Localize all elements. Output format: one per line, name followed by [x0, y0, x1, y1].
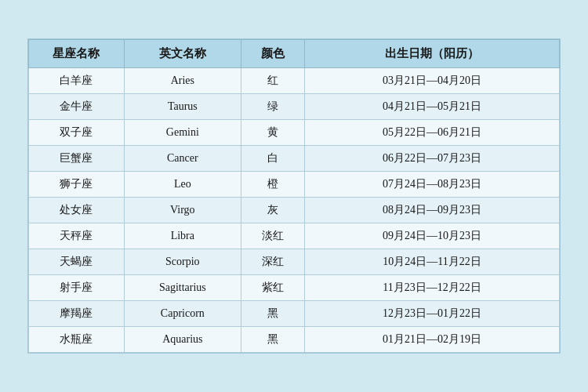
cell-color: 白: [241, 146, 304, 172]
header-english: 英文名称: [124, 40, 241, 68]
table-row: 狮子座Leo橙07月24日—08月23日: [29, 172, 560, 198]
cell-date: 10月24日—11月22日: [305, 249, 560, 275]
cell-color: 红: [241, 68, 304, 94]
cell-date: 04月21日—05月21日: [305, 94, 560, 120]
table-row: 射手座Sagittarius紫红11月23日—12月22日: [29, 275, 560, 301]
cell-chinese: 处女座: [29, 198, 125, 223]
cell-date: 11月23日—12月22日: [305, 275, 560, 301]
table-row: 天蝎座Scorpio深红10月24日—11月22日: [29, 249, 560, 275]
table-row: 白羊座Aries红03月21日—04月20日: [29, 68, 560, 94]
cell-chinese: 狮子座: [29, 172, 125, 198]
cell-english: Libra: [124, 223, 241, 249]
cell-color: 灰: [241, 198, 304, 223]
cell-chinese: 摩羯座: [29, 301, 125, 327]
table-row: 水瓶座Aquarius黑01月21日—02月19日: [29, 327, 560, 353]
cell-chinese: 白羊座: [29, 68, 125, 94]
cell-date: 03月21日—04月20日: [305, 68, 560, 94]
cell-english: Taurus: [124, 94, 241, 120]
table-row: 处女座Virgo灰08月24日—09月23日: [29, 198, 560, 223]
cell-chinese: 水瓶座: [29, 327, 125, 353]
table-row: 天秤座Libra淡红09月24日—10月23日: [29, 223, 560, 249]
cell-english: Aries: [124, 68, 241, 94]
cell-chinese: 双子座: [29, 120, 125, 146]
cell-english: Cancer: [124, 146, 241, 172]
table-row: 摩羯座Capricorn黑12月23日—01月22日: [29, 301, 560, 327]
cell-english: Sagittarius: [124, 275, 241, 301]
cell-color: 黄: [241, 120, 304, 146]
cell-chinese: 金牛座: [29, 94, 125, 120]
cell-date: 06月22日—07月23日: [305, 146, 560, 172]
header-chinese: 星座名称: [29, 40, 125, 68]
cell-english: Scorpio: [124, 249, 241, 275]
cell-english: Virgo: [124, 198, 241, 223]
zodiac-table: 星座名称 英文名称 颜色 出生日期（阳历） 白羊座Aries红03月21日—04…: [28, 39, 560, 353]
cell-color: 紫红: [241, 275, 304, 301]
cell-color: 深红: [241, 249, 304, 275]
cell-date: 12月23日—01月22日: [305, 301, 560, 327]
cell-chinese: 射手座: [29, 275, 125, 301]
cell-color: 绿: [241, 94, 304, 120]
cell-english: Capricorn: [124, 301, 241, 327]
header-date: 出生日期（阳历）: [305, 40, 560, 68]
cell-color: 橙: [241, 172, 304, 198]
cell-english: Leo: [124, 172, 241, 198]
table-row: 金牛座Taurus绿04月21日—05月21日: [29, 94, 560, 120]
cell-chinese: 天秤座: [29, 223, 125, 249]
cell-color: 黑: [241, 301, 304, 327]
cell-date: 09月24日—10月23日: [305, 223, 560, 249]
cell-english: Aquarius: [124, 327, 241, 353]
table-body: 白羊座Aries红03月21日—04月20日金牛座Taurus绿04月21日—0…: [29, 68, 560, 353]
cell-date: 07月24日—08月23日: [305, 172, 560, 198]
cell-color: 黑: [241, 327, 304, 353]
cell-color: 淡红: [241, 223, 304, 249]
zodiac-table-container: 星座名称 英文名称 颜色 出生日期（阳历） 白羊座Aries红03月21日—04…: [27, 38, 561, 354]
table-header-row: 星座名称 英文名称 颜色 出生日期（阳历）: [29, 40, 560, 68]
header-color: 颜色: [241, 40, 304, 68]
cell-date: 08月24日—09月23日: [305, 198, 560, 223]
cell-chinese: 天蝎座: [29, 249, 125, 275]
cell-chinese: 巨蟹座: [29, 146, 125, 172]
table-row: 巨蟹座Cancer白06月22日—07月23日: [29, 146, 560, 172]
cell-date: 05月22日—06月21日: [305, 120, 560, 146]
cell-english: Gemini: [124, 120, 241, 146]
table-row: 双子座Gemini黄05月22日—06月21日: [29, 120, 560, 146]
cell-date: 01月21日—02月19日: [305, 327, 560, 353]
